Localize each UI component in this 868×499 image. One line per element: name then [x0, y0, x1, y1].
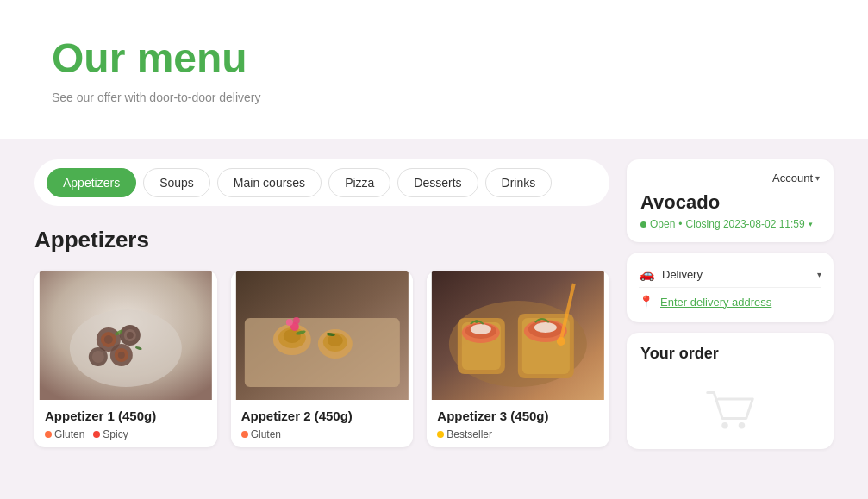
- tag-dot-spicy-1: [93, 431, 100, 438]
- svg-point-4: [104, 335, 113, 344]
- restaurant-info-card: Account ▾ Avocado Open • Closing 2023-08…: [627, 159, 834, 242]
- account-button[interactable]: Account ▾: [640, 172, 820, 184]
- food-card-body-3: Appetizer 3 (450g) Bestseller: [427, 400, 609, 447]
- delivery-chevron-icon: ▾: [817, 270, 821, 279]
- food-card-appetizer-2[interactable]: Appetizer 2 (450g) Gluten: [231, 271, 414, 447]
- restaurant-name: Avocado: [640, 191, 820, 214]
- account-label: Account: [772, 172, 813, 184]
- status-chevron-icon: ▾: [809, 220, 813, 228]
- main-area: Appetizers Soups Main courses Pizza Dess…: [0, 139, 868, 470]
- tag-dot-gluten-2: [241, 431, 248, 438]
- tab-drinks[interactable]: Drinks: [485, 168, 553, 197]
- delivery-address-input[interactable]: Enter delivery address: [660, 296, 771, 309]
- svg-point-24: [285, 319, 292, 326]
- restaurant-status[interactable]: Open • Closing 2023-08-02 11:59 ▾: [640, 218, 820, 230]
- your-order-card: Your order: [627, 333, 834, 449]
- svg-point-10: [118, 352, 125, 359]
- svg-point-22: [327, 334, 342, 346]
- delivery-label: Delivery: [662, 268, 810, 281]
- empty-cart-container: [640, 380, 820, 437]
- svg-point-44: [739, 422, 746, 429]
- status-open-label: Open: [650, 218, 675, 230]
- food-card-appetizer-1[interactable]: Appetizer 1 (450g) Gluten Spicy: [34, 271, 217, 447]
- svg-point-25: [292, 317, 299, 324]
- food-card-name-1: Appetizer 1 (450g): [45, 409, 207, 423]
- svg-point-7: [127, 332, 134, 339]
- cart-icon: [704, 389, 756, 432]
- food-card-tags-3: Bestseller: [437, 428, 599, 440]
- food-image-1: [34, 271, 217, 400]
- svg-point-19: [283, 329, 300, 343]
- tag-bestseller-3: Bestseller: [437, 428, 492, 440]
- tab-pizza[interactable]: Pizza: [328, 168, 390, 197]
- tab-appetizers[interactable]: Appetizers: [47, 168, 136, 197]
- page-title: Our menu: [52, 34, 816, 82]
- closing-info: Closing 2023-08-02 11:59: [686, 218, 805, 230]
- tag-spicy-1: Spicy: [93, 428, 128, 440]
- hero-section: Our menu See our offer with door-to-door…: [0, 0, 868, 139]
- food-card-body-1: Appetizer 1 (450g) Gluten Spicy: [34, 400, 217, 447]
- tag-gluten-2: Gluten: [241, 428, 281, 440]
- delivery-selector-card: 🚗 Delivery ▾ 📍 Enter delivery address: [627, 253, 834, 322]
- hero-subtitle: See our offer with door-to-door delivery: [52, 90, 816, 104]
- tag-dot-bestseller-3: [437, 431, 444, 438]
- food-card-tags-2: Gluten: [241, 428, 403, 440]
- food-card-name-2: Appetizer 2 (450g): [241, 409, 403, 423]
- food-card-name-3: Appetizer 3 (450g): [437, 409, 599, 423]
- food-image-3: [427, 271, 609, 400]
- status-dot-icon: [640, 221, 646, 228]
- tag-dot-gluten-1: [45, 431, 52, 438]
- left-content: Appetizers Soups Main courses Pizza Dess…: [34, 159, 609, 449]
- category-tabs: Appetizers Soups Main courses Pizza Dess…: [34, 159, 609, 206]
- tab-desserts[interactable]: Desserts: [397, 168, 478, 197]
- svg-point-34: [471, 324, 491, 334]
- svg-point-40: [534, 322, 557, 333]
- food-cards-grid: Appetizer 1 (450g) Gluten Spicy: [34, 271, 609, 447]
- delivery-type-row[interactable]: 🚗 Delivery ▾: [639, 261, 821, 288]
- food-card-appetizer-3[interactable]: Appetizer 3 (450g) Bestseller: [427, 271, 609, 447]
- tag-gluten-1: Gluten: [45, 428, 84, 440]
- svg-point-12: [92, 351, 104, 363]
- food-image-2: [231, 271, 414, 400]
- car-icon: 🚗: [639, 266, 655, 282]
- sidebar: Account ▾ Avocado Open • Closing 2023-08…: [627, 159, 834, 449]
- tab-soups[interactable]: Soups: [143, 168, 210, 197]
- svg-point-42: [557, 337, 565, 346]
- svg-point-35: [475, 320, 478, 323]
- section-heading: Appetizers: [34, 227, 609, 253]
- delivery-address-row[interactable]: 📍 Enter delivery address: [639, 290, 821, 314]
- food-card-body-2: Appetizer 2 (450g) Gluten: [231, 400, 414, 447]
- location-pin-icon: 📍: [639, 295, 653, 309]
- your-order-title: Your order: [640, 345, 820, 363]
- account-chevron-icon: ▾: [815, 173, 820, 183]
- tab-main-courses[interactable]: Main courses: [217, 168, 322, 197]
- food-card-tags-1: Gluten Spicy: [45, 428, 207, 440]
- svg-point-43: [721, 422, 728, 429]
